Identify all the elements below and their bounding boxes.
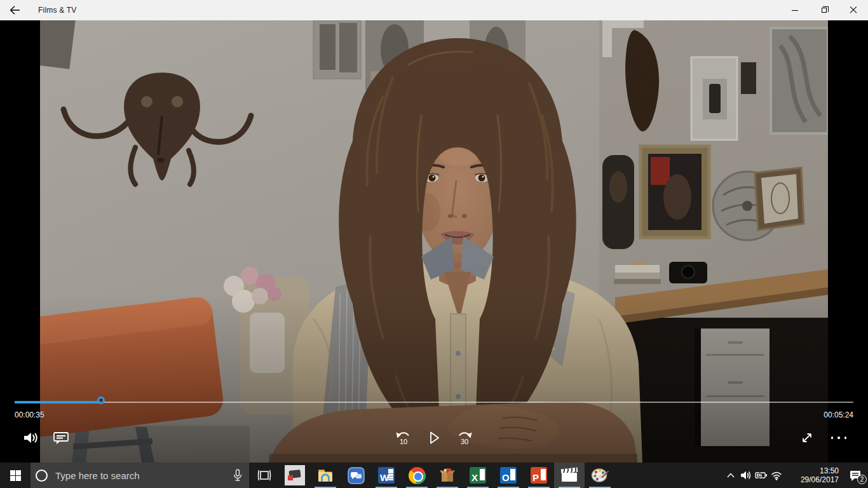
games-box-icon: [439, 467, 456, 484]
volume-icon: [22, 430, 39, 445]
microphone-icon[interactable]: [233, 469, 243, 482]
chevron-up-icon: [726, 472, 735, 478]
tray-volume-button[interactable]: [738, 463, 754, 488]
powerpoint-icon: P: [531, 467, 547, 484]
taskbar-games-box[interactable]: [432, 463, 463, 488]
taskbar-paint[interactable]: [585, 463, 615, 488]
back-arrow-icon: [9, 5, 20, 15]
more-options-button[interactable]: [829, 428, 849, 448]
paint-icon: [591, 467, 609, 484]
seek-progress: [15, 401, 103, 403]
taskbar-file-explorer[interactable]: [310, 463, 341, 488]
start-button[interactable]: [0, 463, 31, 488]
taskbar: Type here to search: [0, 463, 868, 488]
minimize-button[interactable]: [780, 0, 810, 20]
tray-date: 29/06/2017: [789, 475, 839, 484]
taskbar-excel[interactable]: X: [463, 463, 493, 488]
seek-bar[interactable]: [15, 402, 853, 403]
skip-back-10-icon: 10: [394, 430, 413, 447]
chrome-icon: [409, 467, 426, 484]
svg-text:10: 10: [400, 438, 407, 445]
video-dim-overlay: [40, 20, 828, 463]
time-elapsed: 00:00:35: [15, 410, 44, 419]
skip-forward-30-icon: 30: [455, 430, 474, 447]
file-explorer-icon: [316, 468, 334, 483]
tray-battery-button[interactable]: [754, 463, 769, 488]
messaging-app-icon: [348, 467, 365, 484]
taskbar-chrome[interactable]: [402, 463, 432, 488]
tray-time: 13:50: [789, 466, 839, 475]
play-icon: [426, 430, 442, 446]
window-title: Films & TV: [38, 6, 76, 15]
pinned-apps: W: [280, 463, 615, 488]
tray-chevron-button[interactable]: [723, 463, 738, 488]
notification-badge: 2: [857, 475, 867, 484]
films-and-tv-window: Films & TV: [0, 0, 868, 488]
taskbar-messaging-app[interactable]: [341, 463, 371, 488]
tray-clock[interactable]: 13:50 29/06/2017: [789, 466, 839, 484]
video-player: 00:00:35 00:05:24 10: [0, 20, 868, 463]
skip-back-10-button[interactable]: 10: [393, 428, 414, 448]
minimize-icon: [792, 10, 798, 11]
taskbar-app-gray-red[interactable]: [280, 463, 310, 488]
tray-wifi-button[interactable]: [769, 463, 784, 488]
taskbar-word[interactable]: W: [371, 463, 402, 488]
time-duration: 00:05:24: [824, 410, 853, 419]
cortana-icon: [36, 470, 48, 482]
volume-button[interactable]: [20, 428, 41, 448]
titlebar: Films & TV: [0, 0, 868, 20]
task-view-icon: [257, 470, 271, 481]
window-controls: [780, 0, 868, 20]
wifi-icon: [771, 471, 782, 480]
close-icon: [850, 6, 857, 14]
outlook-icon: O: [500, 467, 517, 484]
subtitles-button[interactable]: [51, 428, 71, 448]
video-scene-illustration: [40, 20, 828, 463]
battery-charging-icon: [755, 470, 768, 480]
search-placeholder: Type here to search: [55, 470, 233, 481]
play-button[interactable]: [424, 428, 444, 448]
search-box[interactable]: Type here to search: [31, 463, 249, 488]
excel-icon: X: [470, 467, 486, 484]
taskbar-outlook[interactable]: O: [493, 463, 524, 488]
restore-button[interactable]: [810, 0, 839, 20]
task-view-button[interactable]: [249, 463, 280, 488]
taskbar-powerpoint[interactable]: P: [524, 463, 554, 488]
back-button[interactable]: [0, 0, 29, 20]
films-and-tv-icon: [561, 468, 578, 482]
fullscreen-button[interactable]: [797, 428, 817, 448]
restore-icon: [822, 8, 827, 13]
ellipsis-icon: [831, 437, 847, 439]
word-icon: W: [378, 467, 395, 484]
close-button[interactable]: [839, 0, 868, 20]
skip-forward-30-button[interactable]: 30: [454, 428, 475, 448]
system-tray: 13:50 29/06/2017 2: [723, 463, 868, 488]
app-gray-red-icon: [285, 465, 305, 485]
taskbar-films-and-tv-active[interactable]: [554, 463, 585, 488]
subtitles-icon: [53, 431, 69, 445]
tray-volume-icon: [740, 470, 752, 480]
seek-thumb[interactable]: [97, 396, 105, 404]
windows-logo-icon: [10, 470, 21, 481]
action-center-button[interactable]: 2: [843, 463, 868, 488]
video-surface[interactable]: [40, 20, 828, 463]
fullscreen-icon: [799, 430, 815, 445]
svg-text:30: 30: [461, 438, 468, 445]
